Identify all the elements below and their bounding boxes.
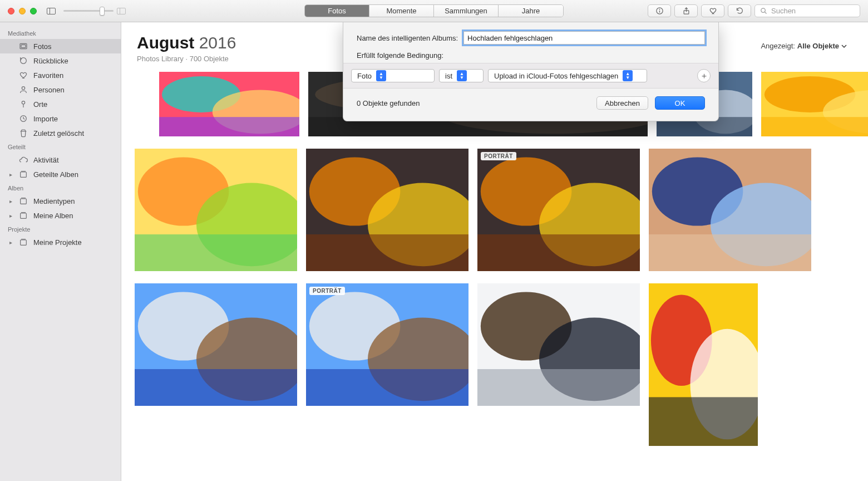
criteria-value-text: Upload in iCloud-Fotos fehlgeschlagen: [494, 72, 618, 80]
updown-icon: ▲▼: [376, 70, 386, 81]
photo-thumbnail[interactable]: [649, 283, 758, 446]
svg-rect-48: [477, 234, 640, 271]
photo-grid: PORTRÄTPORTRÄT: [121, 65, 868, 459]
window-controls: [8, 8, 37, 14]
criteria-value-popup[interactable]: Upload in iCloud-Fotos fehlgeschlagen ▲▼: [488, 69, 647, 82]
svg-rect-17: [21, 213, 27, 218]
disclosure-triangle-icon[interactable]: ▸: [8, 213, 13, 219]
view-segmented-control: FotosMomenteSammlungenJahre: [304, 4, 564, 17]
sidebar-item-meine-alben[interactable]: ▸Meine Alben: [0, 208, 121, 223]
add-criteria-button[interactable]: ＋: [697, 69, 711, 82]
toolbar-right: Suchen: [648, 4, 860, 17]
filter-value: Alle Objekte: [797, 42, 839, 50]
album-icon: [18, 237, 28, 247]
close-window-button[interactable]: [8, 8, 14, 14]
sidebar-item-label: Geteilte Alben: [33, 170, 115, 179]
title-year: 2016: [199, 33, 236, 52]
sidebar-item-label: Favoriten: [33, 71, 115, 80]
sidebar-item-meine-projekte[interactable]: ▸Meine Projekte: [0, 235, 121, 249]
sidebar-item-favoriten[interactable]: Favoriten: [0, 68, 121, 82]
ok-button[interactable]: OK: [655, 96, 705, 110]
portrait-badge: PORTRÄT: [481, 152, 516, 160]
sidebar-item-zuletzt-gelöscht[interactable]: Zuletzt gelöscht: [0, 126, 121, 140]
photo-thumbnail[interactable]: [306, 149, 468, 271]
sidebar-item-geteilte-alben[interactable]: ▸Geteilte Alben: [0, 167, 121, 181]
sidebar-heading: Projekte: [0, 223, 121, 235]
svg-rect-60: [306, 369, 468, 406]
page-subtitle: Photos Library · 700 Objekte: [137, 55, 236, 63]
sidebar-item-aktivität[interactable]: Aktivität: [0, 153, 121, 167]
photo-thumbnail[interactable]: [761, 72, 868, 136]
album-icon: [18, 210, 28, 220]
tab-fotos[interactable]: Fotos: [305, 5, 369, 17]
disclosure-triangle-icon[interactable]: ▸: [8, 239, 13, 246]
photo-thumbnail[interactable]: [135, 283, 297, 406]
page-title: August 2016: [137, 33, 236, 52]
pin-icon: [18, 99, 28, 109]
thumbnail-zoom-slider[interactable]: [63, 7, 114, 16]
album-name-input[interactable]: [463, 31, 705, 45]
tab-jahre[interactable]: Jahre: [499, 5, 563, 17]
minimize-window-button[interactable]: [19, 8, 26, 14]
photo-thumbnail[interactable]: PORTRÄT: [306, 283, 468, 406]
sidebar-item-fotos[interactable]: Fotos: [0, 39, 121, 53]
chevron-down-icon: [841, 43, 847, 49]
favorite-button[interactable]: [701, 4, 724, 17]
sidebar-item-rückblicke[interactable]: Rückblicke: [0, 53, 121, 68]
heart-icon: [709, 7, 717, 15]
tab-sammlungen[interactable]: Sammlungen: [434, 5, 499, 17]
svg-line-5: [765, 12, 766, 13]
rotate-button[interactable]: [728, 4, 751, 17]
photo-thumbnail[interactable]: PORTRÄT: [477, 149, 640, 271]
main-content: August 2016 Photos Library · 700 Objekte…: [121, 22, 868, 481]
person-icon: [18, 85, 28, 95]
cancel-button[interactable]: Abbrechen: [596, 96, 648, 110]
zoom-large-icon: [117, 8, 126, 14]
svg-rect-7: [21, 45, 26, 47]
sidebar-heading: Mediathek: [0, 27, 121, 39]
svg-rect-24: [159, 117, 299, 136]
trash-icon: [18, 128, 28, 138]
sidebar-toggle-button[interactable]: [47, 8, 56, 14]
photos-icon: [18, 41, 28, 51]
svg-rect-36: [761, 117, 868, 136]
svg-rect-64: [477, 369, 640, 406]
title-month: August: [137, 33, 194, 52]
sidebar-item-personen[interactable]: Personen: [0, 82, 121, 97]
sidebar-item-orte[interactable]: Orte: [0, 97, 121, 111]
display-filter-dropdown[interactable]: Angezeigt: Alle Objekte: [761, 42, 847, 50]
portrait-badge: PORTRÄT: [309, 287, 345, 295]
criteria-field-popup[interactable]: Foto ▲▼: [351, 69, 435, 82]
disclosure-triangle-icon[interactable]: ▸: [8, 198, 13, 204]
search-placeholder: Suchen: [771, 7, 796, 15]
tab-momente[interactable]: Momente: [369, 5, 434, 17]
photo-thumbnail[interactable]: [477, 283, 640, 406]
sidebar-item-label: Meine Projekte: [33, 238, 115, 247]
share-button[interactable]: [674, 4, 698, 17]
slider-thumb[interactable]: [100, 7, 105, 16]
rotate-icon: [736, 7, 744, 15]
info-button[interactable]: [648, 4, 671, 17]
album-name-label: Name des intelligenten Albums:: [357, 34, 458, 42]
criteria-field-value: Foto: [357, 72, 372, 80]
sidebar-item-medientypen[interactable]: ▸Medientypen: [0, 194, 121, 208]
objects-found-label: 0 Objekte gefunden: [357, 99, 420, 107]
svg-point-10: [22, 101, 24, 104]
filter-label: Angezeigt:: [761, 42, 795, 50]
share-icon: [682, 7, 691, 15]
disclosure-triangle-icon[interactable]: ▸: [8, 171, 13, 178]
criteria-row: Foto ▲▼ ist ▲▼ Upload in iCloud-Fotos fe…: [343, 63, 718, 89]
sidebar-item-label: Personen: [33, 86, 115, 94]
search-field[interactable]: Suchen: [754, 4, 860, 17]
fullscreen-window-button[interactable]: [30, 8, 37, 14]
slider-track: [63, 10, 114, 12]
svg-rect-13: [21, 172, 27, 177]
sidebar-item-importe[interactable]: Importe: [0, 111, 121, 126]
svg-rect-52: [649, 234, 811, 271]
memories-icon: [18, 56, 28, 66]
clock-icon: [18, 114, 28, 124]
photo-thumbnail[interactable]: [135, 149, 297, 271]
photo-thumbnail[interactable]: [649, 149, 811, 271]
photo-thumbnail[interactable]: [159, 72, 299, 136]
criteria-op-popup[interactable]: ist ▲▼: [439, 69, 484, 82]
